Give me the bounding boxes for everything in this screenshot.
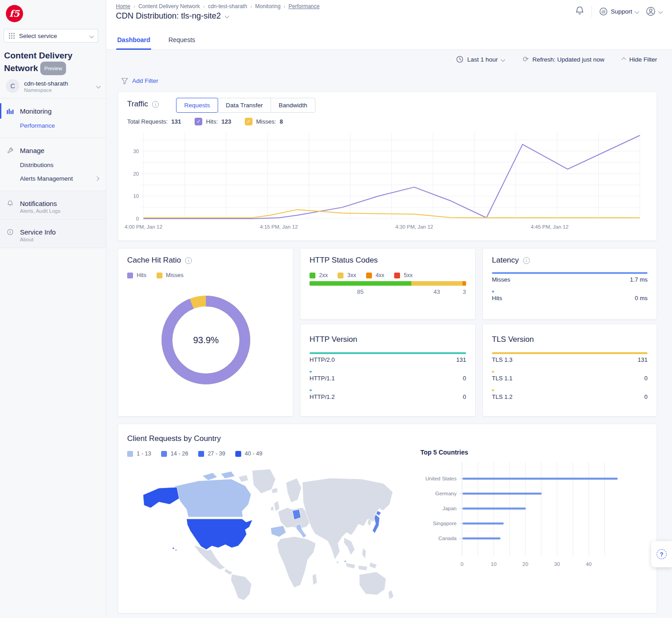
bucket-2-swatch xyxy=(161,451,167,457)
add-filter-button[interactable]: Add Filter xyxy=(121,77,158,84)
sidebar-item-monitoring[interactable]: Monitoring xyxy=(0,103,106,119)
support-menu[interactable]: @ Support xyxy=(599,7,639,16)
metric-value: 0 xyxy=(644,393,648,400)
metric-value: 0 xyxy=(644,375,648,382)
chevron-right-icon xyxy=(95,176,100,181)
misses-toggle[interactable]: ✓Misses:8 xyxy=(245,118,283,125)
refresh-icon: ⟳ xyxy=(523,56,529,63)
chevron-down-icon[interactable] xyxy=(225,14,229,19)
metric-value: 0 xyxy=(463,375,466,382)
traffic-tab-requests[interactable]: Requests xyxy=(176,98,218,113)
refresh-button[interactable]: ⟳ Refresh: Updated just now xyxy=(523,56,605,63)
country-usa-hawaii xyxy=(176,550,177,551)
bar-chart-icon xyxy=(6,108,14,114)
traffic-tab-bandwidth[interactable]: Bandwidth xyxy=(271,98,315,113)
cache-title: Cache Hit Ratio i xyxy=(127,256,192,265)
notifications-bell-icon[interactable] xyxy=(575,6,584,17)
checkbox-checked-icon[interactable]: ✓ xyxy=(245,118,253,125)
sidebar-item-label: Monitoring xyxy=(20,107,52,115)
sidebar-item-desc: About xyxy=(0,237,106,242)
latency-panel: Latency i Misses1.7 msHits0 ms xyxy=(482,248,657,320)
breadcrumb-performance[interactable]: Performance xyxy=(289,3,320,10)
metric-value: 0 xyxy=(463,393,466,400)
country-canada-islands xyxy=(202,473,217,480)
metric-bar xyxy=(492,371,494,373)
namespace-name: cdn-test-sharath xyxy=(24,80,68,87)
sidebar-item-alerts-management[interactable]: Alerts Management xyxy=(0,172,106,185)
select-service-dropdown[interactable]: Select service xyxy=(4,29,98,43)
status-segment-3xx xyxy=(411,281,463,286)
sidebar-item-manage[interactable]: Manage xyxy=(0,143,106,158)
breadcrumb-separator: › xyxy=(284,4,286,9)
namespace-selector[interactable]: C cdn-test-sharath Namespace xyxy=(0,74,106,99)
country-usa-alaska xyxy=(143,487,179,508)
metric-value: 131 xyxy=(456,356,466,363)
metric-row: Hits0 ms xyxy=(492,291,648,302)
hits-toggle[interactable]: ✓Hits:123 xyxy=(195,118,231,125)
traffic-line-chart[interactable]: 01020304:00 PM, Jan 124:15 PM, Jan 124:3… xyxy=(122,129,654,234)
country-usa xyxy=(186,519,253,550)
breadcrumb-separator: › xyxy=(203,4,205,9)
region-south-america xyxy=(231,574,252,600)
cache-hit-ratio-panel: Cache Hit Ratio i Hits Misses 93.9% xyxy=(118,248,293,417)
svg-text:0: 0 xyxy=(136,216,139,221)
breadcrumb: Home › Content Delivery Network › cdn-te… xyxy=(116,3,319,10)
status-stacked-bar[interactable] xyxy=(310,281,466,286)
app-root: f5 Select service Content Delivery Netwo… xyxy=(0,0,672,618)
divider xyxy=(591,5,592,17)
namespace-avatar: C xyxy=(6,79,19,93)
top5-countries-chart[interactable]: 010203040United StatesGermanyJapanSingap… xyxy=(408,457,629,574)
info-icon[interactable]: i xyxy=(152,101,159,108)
http-version-panel: HTTP Version HTTP/2.0131HTTP/1.10HTTP/1.… xyxy=(300,324,476,417)
metric-bar xyxy=(492,291,494,292)
grid-icon xyxy=(9,33,15,39)
hide-filter-button[interactable]: Hide Filter xyxy=(622,56,657,63)
sidebar-item-performance[interactable]: Performance xyxy=(0,119,106,132)
sidebar-item-distributions[interactable]: Distributions xyxy=(0,158,106,172)
time-range-dropdown[interactable]: Last 1 hour xyxy=(456,56,505,63)
svg-text:Canada: Canada xyxy=(438,536,457,541)
country-philippines xyxy=(362,548,366,559)
breadcrumb-cdn[interactable]: Content Delivery Network xyxy=(138,3,200,10)
svg-text:0: 0 xyxy=(461,561,463,567)
country-usa-hawaii xyxy=(172,547,174,549)
metric-label: TLS 1.2 xyxy=(492,393,513,400)
question-mark-icon: ? xyxy=(657,549,667,559)
svg-text:Japan: Japan xyxy=(443,506,457,511)
metric-label: HTTP/1.2 xyxy=(310,393,335,400)
info-icon[interactable]: i xyxy=(185,257,192,264)
svg-text:20: 20 xyxy=(523,561,529,567)
tab-dashboard[interactable]: Dashboard xyxy=(116,32,151,50)
traffic-panel: Traffic i Requests Data Transfer Bandwid… xyxy=(118,91,657,241)
refresh-label: Refresh: Updated just now xyxy=(532,56,604,63)
breadcrumb-separator: › xyxy=(133,4,135,9)
svg-text:40: 40 xyxy=(586,561,592,567)
breadcrumb-namespace[interactable]: cdn-test-sharath xyxy=(208,3,247,10)
http-version-rows: HTTP/2.0131HTTP/1.10HTTP/1.20 xyxy=(310,352,466,408)
breadcrumb-home[interactable]: Home xyxy=(116,3,130,10)
country-title: Client Requests by Country xyxy=(127,434,221,443)
tab-requests[interactable]: Requests xyxy=(167,32,196,50)
traffic-tab-data-transfer[interactable]: Data Transfer xyxy=(218,98,271,113)
checkbox-checked-icon[interactable]: ✓ xyxy=(195,118,202,125)
sidebar: f5 Select service Content Delivery Netwo… xyxy=(0,0,106,618)
svg-text:4:00 PM, Jan 12: 4:00 PM, Jan 12 xyxy=(124,224,162,230)
breadcrumb-monitoring[interactable]: Monitoring xyxy=(255,3,281,10)
main-content: Last 1 hour ⟳ Refresh: Updated just now … xyxy=(106,50,672,618)
country-australia xyxy=(359,572,386,595)
user-menu[interactable] xyxy=(646,6,662,16)
metric-label: TLS 1.1 xyxy=(492,375,513,382)
time-range-label: Last 1 hour xyxy=(467,56,498,63)
info-icon[interactable]: i xyxy=(523,257,530,264)
svg-text:30: 30 xyxy=(133,149,139,154)
world-map[interactable] xyxy=(135,466,398,602)
metric-value: 1.7 ms xyxy=(630,276,648,283)
cache-ratio-value: 93.9% xyxy=(158,292,254,388)
help-button[interactable]: ? xyxy=(651,541,672,567)
cache-donut-chart[interactable]: 93.9% xyxy=(158,292,254,388)
country-ireland xyxy=(271,506,274,511)
select-service-label: Select service xyxy=(19,33,57,39)
sidebar-item-label: Notifications xyxy=(20,200,57,207)
metric-label: Misses xyxy=(492,276,510,283)
status-value: 3 xyxy=(462,288,466,295)
